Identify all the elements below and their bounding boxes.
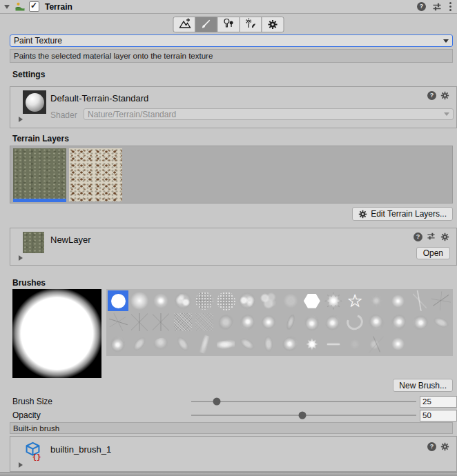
brush-thumbnail-10[interactable] (323, 290, 344, 311)
brush-thumbnail-16[interactable] (108, 312, 128, 333)
help-icon[interactable] (427, 91, 436, 100)
slider-thumb[interactable] (213, 397, 221, 405)
component-enabled-checkbox[interactable] (29, 1, 39, 12)
create-neighbor-terrains-button[interactable] (173, 17, 196, 32)
brush-thumbnail-3[interactable] (173, 290, 193, 311)
brush-thumbnail-26[interactable] (323, 312, 344, 333)
presets-icon[interactable] (432, 2, 442, 12)
paint-terrain-button[interactable] (195, 17, 218, 32)
material-foldout-icon[interactable] (19, 117, 23, 122)
paint-details-button[interactable] (240, 17, 262, 32)
brush-thumbnail-21[interactable] (215, 312, 236, 333)
paint-trees-button[interactable] (217, 17, 240, 32)
brush-shape-mottled (237, 290, 257, 311)
brush-thumbnail-22[interactable] (237, 312, 257, 333)
terrain-layer-rock-thumbnail[interactable] (69, 148, 122, 201)
brush-thumbnail-13[interactable] (387, 290, 408, 311)
brush-thumbnail-23[interactable] (258, 312, 279, 333)
terrain-settings-button[interactable] (262, 17, 284, 32)
presets-icon[interactable] (427, 232, 436, 241)
new-brush-button[interactable]: New Brush... (393, 379, 453, 392)
brush-thumbnail-0[interactable] (108, 290, 128, 311)
brush-thumbnail-1[interactable] (129, 290, 150, 311)
gear-icon[interactable] (440, 442, 449, 451)
gear-icon[interactable] (440, 232, 449, 241)
brush-thumbnail-33[interactable] (129, 334, 150, 355)
brush-thumbnail-29[interactable] (387, 312, 408, 333)
material-preview-icon[interactable] (23, 90, 46, 114)
opacity-slider[interactable] (191, 409, 416, 421)
slider-thumb[interactable] (299, 411, 307, 419)
mountain-plus-icon (177, 17, 191, 32)
brush-shape-solid (111, 294, 126, 308)
brush-thumbnail-42[interactable] (323, 334, 344, 355)
brush-thumbnail-6[interactable] (237, 290, 257, 311)
brush-shape-splat (409, 312, 430, 333)
brush-thumbnail-27[interactable] (344, 312, 365, 333)
brush-thumbnail-41[interactable] (302, 334, 322, 355)
brush-shape-speck-ring (217, 292, 235, 310)
brush-thumbnail-35[interactable] (173, 334, 193, 355)
brush-shape-smudge (238, 336, 257, 353)
layer-thumbnail[interactable] (23, 232, 44, 253)
gear-icon[interactable] (440, 91, 449, 100)
edit-terrain-layers-button[interactable]: Edit Terrain Layers... (352, 207, 453, 221)
opacity-field[interactable]: 50 (420, 410, 457, 422)
inspector-resize-strip[interactable] (0, 472, 457, 476)
terrain-layer-grass-thumbnail[interactable] (13, 148, 66, 201)
open-layer-button[interactable]: Open (416, 247, 450, 259)
brush-size-slider[interactable] (191, 395, 416, 407)
brush-thumbnail-17[interactable] (129, 312, 150, 333)
brush-shape-speck (195, 292, 213, 310)
brush-thumbnail-2[interactable] (150, 290, 171, 311)
brush-thumbnail-28[interactable] (366, 312, 387, 333)
brush-thumbnail-37[interactable] (215, 334, 236, 355)
brush-thumbnail-36[interactable] (194, 334, 215, 355)
brush-thumbnail-44[interactable] (366, 334, 387, 355)
brush-thumbnail-30[interactable] (409, 312, 430, 333)
shader-dropdown[interactable]: Nature/Terrain/Standard (84, 108, 454, 120)
inspector-header: Terrain (0, 0, 457, 14)
layer-name: NewLayer (50, 235, 91, 245)
help-icon[interactable] (427, 442, 436, 451)
paint-tool-dropdown[interactable]: Paint Texture (10, 34, 453, 47)
brush-thumbnail-39[interactable] (258, 334, 279, 355)
brush-thumbnail-31[interactable] (431, 312, 451, 333)
brush-thumbnail-24[interactable] (280, 312, 301, 333)
brush-thumbnail-38[interactable] (237, 334, 257, 355)
brush-thumbnail-20[interactable] (194, 312, 215, 333)
tree-icon (222, 18, 235, 31)
brush-shape-scratch (409, 290, 430, 311)
help-icon[interactable] (414, 232, 422, 241)
brush-thumbnail-15[interactable] (431, 290, 451, 311)
brush-thumbnail-19[interactable] (173, 312, 193, 333)
brush-thumbnail-32[interactable] (108, 334, 128, 355)
brushes-section-label: Brushes (12, 278, 46, 288)
builtin-brush-foldout-icon[interactable] (19, 462, 23, 468)
brush-thumbnail-9[interactable] (302, 290, 322, 311)
brush-thumbnail-5[interactable] (215, 290, 236, 311)
brush-shape-streak (284, 314, 296, 332)
brush-shape-hex (304, 294, 320, 308)
shader-value: Nature/Terrain/Standard (88, 110, 176, 119)
brush-thumbnail-18[interactable] (150, 312, 171, 333)
brush-thumbnail-8[interactable] (280, 290, 301, 311)
brush-thumbnail-4[interactable] (194, 290, 215, 311)
brush-shape-faint-noise (195, 313, 213, 331)
brush-thumbnail-12[interactable] (366, 290, 387, 311)
help-icon[interactable] (417, 2, 426, 11)
component-foldout-icon[interactable] (4, 5, 10, 9)
material-name: Default-Terrain-Standard (50, 93, 148, 103)
builtin-brush-info: Built-in brush (13, 424, 59, 433)
brush-thumbnail-45[interactable] (387, 334, 408, 355)
brush-thumbnail-43[interactable] (344, 334, 365, 355)
brush-thumbnail-11[interactable]: ☆ (344, 290, 365, 311)
more-menu-icon[interactable] (448, 1, 453, 12)
brush-thumbnail-14[interactable] (409, 290, 430, 311)
brush-size-field[interactable]: 25 (420, 396, 457, 408)
brush-thumbnail-34[interactable] (150, 334, 171, 355)
brush-thumbnail-7[interactable] (258, 290, 279, 311)
brush-thumbnail-40[interactable] (280, 334, 301, 355)
layer-foldout-icon[interactable] (19, 255, 23, 261)
brush-thumbnail-25[interactable] (302, 312, 322, 333)
